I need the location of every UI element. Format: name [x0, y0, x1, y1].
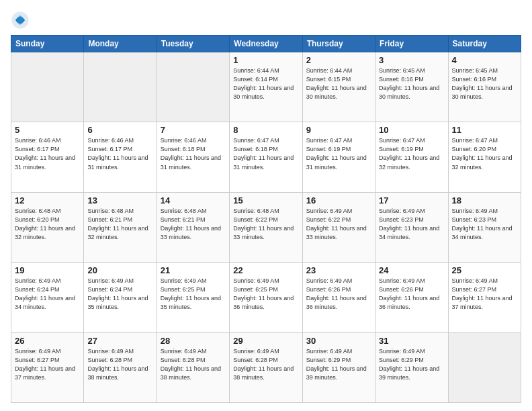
weekday-header-sunday: Sunday [11, 36, 84, 52]
day-number: 17 [379, 195, 444, 205]
day-number: 27 [87, 336, 152, 346]
day-info: Sunrise: 6:47 AM Sunset: 6:19 PM Dayligh… [306, 136, 371, 171]
day-number: 15 [233, 195, 298, 205]
calendar-cell-w2-d1: 13Sunrise: 6:48 AM Sunset: 6:21 PM Dayli… [84, 192, 157, 262]
day-info: Sunrise: 6:44 AM Sunset: 6:14 PM Dayligh… [233, 66, 298, 101]
weekday-header-monday: Monday [84, 36, 157, 52]
calendar-cell-w2-d4: 16Sunrise: 6:49 AM Sunset: 6:22 PM Dayli… [302, 192, 375, 262]
calendar-cell-w1-d5: 10Sunrise: 6:47 AM Sunset: 6:19 PM Dayli… [375, 122, 448, 192]
day-number: 28 [161, 336, 226, 346]
calendar-cell-w3-d0: 19Sunrise: 6:49 AM Sunset: 6:24 PM Dayli… [11, 263, 84, 332]
day-number: 19 [15, 265, 80, 275]
weekday-header-tuesday: Tuesday [157, 36, 229, 52]
day-info: Sunrise: 6:45 AM Sunset: 6:16 PM Dayligh… [379, 66, 444, 101]
calendar-cell-w4-d1: 27Sunrise: 6:49 AM Sunset: 6:28 PM Dayli… [84, 332, 157, 402]
calendar-week-4: 26Sunrise: 6:49 AM Sunset: 6:27 PM Dayli… [11, 332, 521, 402]
day-number: 23 [306, 265, 371, 275]
calendar-cell-w4-d0: 26Sunrise: 6:49 AM Sunset: 6:27 PM Dayli… [11, 332, 84, 402]
day-info: Sunrise: 6:49 AM Sunset: 6:29 PM Dayligh… [306, 347, 371, 382]
calendar-week-1: 5Sunrise: 6:46 AM Sunset: 6:17 PM Daylig… [11, 122, 521, 192]
day-info: Sunrise: 6:48 AM Sunset: 6:20 PM Dayligh… [15, 207, 80, 242]
calendar-cell-w3-d1: 20Sunrise: 6:49 AM Sunset: 6:24 PM Dayli… [84, 263, 157, 332]
day-info: Sunrise: 6:49 AM Sunset: 6:24 PM Dayligh… [15, 277, 80, 312]
day-info: Sunrise: 6:48 AM Sunset: 6:21 PM Dayligh… [87, 207, 152, 242]
day-info: Sunrise: 6:49 AM Sunset: 6:23 PM Dayligh… [452, 207, 517, 242]
day-number: 29 [233, 336, 298, 346]
calendar-cell-w3-d5: 24Sunrise: 6:49 AM Sunset: 6:26 PM Dayli… [375, 263, 448, 332]
calendar-week-0: 1Sunrise: 6:44 AM Sunset: 6:14 PM Daylig… [11, 52, 521, 122]
calendar-cell-w2-d0: 12Sunrise: 6:48 AM Sunset: 6:20 PM Dayli… [11, 192, 84, 262]
day-number: 6 [87, 125, 152, 135]
calendar-cell-w1-d6: 11Sunrise: 6:47 AM Sunset: 6:20 PM Dayli… [448, 122, 521, 192]
calendar-cell-w0-d0 [11, 52, 84, 122]
header [11, 8, 521, 30]
calendar-cell-w3-d6: 25Sunrise: 6:49 AM Sunset: 6:27 PM Dayli… [448, 263, 521, 332]
calendar-cell-w4-d2: 28Sunrise: 6:49 AM Sunset: 6:28 PM Dayli… [157, 332, 229, 402]
weekday-header-saturday: Saturday [448, 36, 521, 52]
day-info: Sunrise: 6:49 AM Sunset: 6:25 PM Dayligh… [233, 277, 298, 312]
calendar-cell-w0-d4: 2Sunrise: 6:44 AM Sunset: 6:15 PM Daylig… [302, 52, 375, 122]
day-number: 26 [15, 336, 80, 346]
day-number: 13 [87, 195, 152, 205]
calendar-cell-w1-d4: 9Sunrise: 6:47 AM Sunset: 6:19 PM Daylig… [302, 122, 375, 192]
calendar-cell-w2-d5: 17Sunrise: 6:49 AM Sunset: 6:23 PM Dayli… [375, 192, 448, 262]
day-info: Sunrise: 6:46 AM Sunset: 6:18 PM Dayligh… [161, 136, 226, 171]
day-info: Sunrise: 6:48 AM Sunset: 6:21 PM Dayligh… [161, 207, 226, 242]
day-number: 25 [452, 265, 517, 275]
day-info: Sunrise: 6:49 AM Sunset: 6:28 PM Dayligh… [161, 347, 226, 382]
day-info: Sunrise: 6:49 AM Sunset: 6:29 PM Dayligh… [379, 347, 444, 382]
calendar-cell-w1-d3: 8Sunrise: 6:47 AM Sunset: 6:18 PM Daylig… [230, 122, 302, 192]
day-info: Sunrise: 6:49 AM Sunset: 6:28 PM Dayligh… [233, 347, 298, 382]
calendar-table: SundayMondayTuesdayWednesdayThursdayFrid… [11, 35, 521, 403]
day-number: 5 [15, 125, 80, 135]
day-info: Sunrise: 6:49 AM Sunset: 6:22 PM Dayligh… [306, 207, 371, 242]
calendar-cell-w0-d6: 4Sunrise: 6:45 AM Sunset: 6:16 PM Daylig… [448, 52, 521, 122]
calendar-cell-w2-d3: 15Sunrise: 6:48 AM Sunset: 6:22 PM Dayli… [230, 192, 302, 262]
weekday-header-thursday: Thursday [302, 36, 375, 52]
calendar-cell-w4-d6 [448, 332, 521, 402]
day-info: Sunrise: 6:48 AM Sunset: 6:22 PM Dayligh… [233, 207, 298, 242]
day-info: Sunrise: 6:44 AM Sunset: 6:15 PM Dayligh… [306, 66, 371, 101]
day-info: Sunrise: 6:46 AM Sunset: 6:17 PM Dayligh… [87, 136, 152, 171]
calendar-cell-w4-d5: 31Sunrise: 6:49 AM Sunset: 6:29 PM Dayli… [375, 332, 448, 402]
day-number: 31 [379, 336, 444, 346]
day-info: Sunrise: 6:49 AM Sunset: 6:27 PM Dayligh… [452, 277, 517, 312]
calendar-cell-w3-d3: 22Sunrise: 6:49 AM Sunset: 6:25 PM Dayli… [230, 263, 302, 332]
calendar-cell-w0-d2 [157, 52, 229, 122]
day-number: 14 [161, 195, 226, 205]
calendar-cell-w3-d2: 21Sunrise: 6:49 AM Sunset: 6:25 PM Dayli… [157, 263, 229, 332]
calendar-week-3: 19Sunrise: 6:49 AM Sunset: 6:24 PM Dayli… [11, 263, 521, 332]
page: SundayMondayTuesdayWednesdayThursdayFrid… [0, 0, 532, 411]
calendar-cell-w0-d5: 3Sunrise: 6:45 AM Sunset: 6:16 PM Daylig… [375, 52, 448, 122]
day-number: 3 [379, 55, 444, 65]
calendar-week-2: 12Sunrise: 6:48 AM Sunset: 6:20 PM Dayli… [11, 192, 521, 262]
day-info: Sunrise: 6:49 AM Sunset: 6:25 PM Dayligh… [161, 277, 226, 312]
day-number: 12 [15, 195, 80, 205]
day-number: 22 [233, 265, 298, 275]
calendar-cell-w0-d3: 1Sunrise: 6:44 AM Sunset: 6:14 PM Daylig… [230, 52, 302, 122]
day-number: 4 [452, 55, 517, 65]
weekday-header-wednesday: Wednesday [230, 36, 302, 52]
day-number: 20 [87, 265, 152, 275]
day-info: Sunrise: 6:49 AM Sunset: 6:26 PM Dayligh… [306, 277, 371, 312]
day-number: 1 [233, 55, 298, 65]
day-number: 16 [306, 195, 371, 205]
day-info: Sunrise: 6:47 AM Sunset: 6:20 PM Dayligh… [452, 136, 517, 171]
calendar-cell-w2-d6: 18Sunrise: 6:49 AM Sunset: 6:23 PM Dayli… [448, 192, 521, 262]
day-number: 9 [306, 125, 371, 135]
calendar-cell-w4-d3: 29Sunrise: 6:49 AM Sunset: 6:28 PM Dayli… [230, 332, 302, 402]
day-info: Sunrise: 6:49 AM Sunset: 6:23 PM Dayligh… [379, 207, 444, 242]
day-number: 11 [452, 125, 517, 135]
weekday-header-friday: Friday [375, 36, 448, 52]
day-info: Sunrise: 6:46 AM Sunset: 6:17 PM Dayligh… [15, 136, 80, 171]
day-number: 2 [306, 55, 371, 65]
logo [11, 11, 31, 30]
day-info: Sunrise: 6:49 AM Sunset: 6:26 PM Dayligh… [379, 277, 444, 312]
calendar-cell-w2-d2: 14Sunrise: 6:48 AM Sunset: 6:21 PM Dayli… [157, 192, 229, 262]
logo-icon [11, 11, 30, 30]
day-number: 8 [233, 125, 298, 135]
day-number: 7 [161, 125, 226, 135]
day-info: Sunrise: 6:49 AM Sunset: 6:28 PM Dayligh… [87, 347, 152, 382]
day-number: 24 [379, 265, 444, 275]
day-info: Sunrise: 6:47 AM Sunset: 6:19 PM Dayligh… [379, 136, 444, 171]
